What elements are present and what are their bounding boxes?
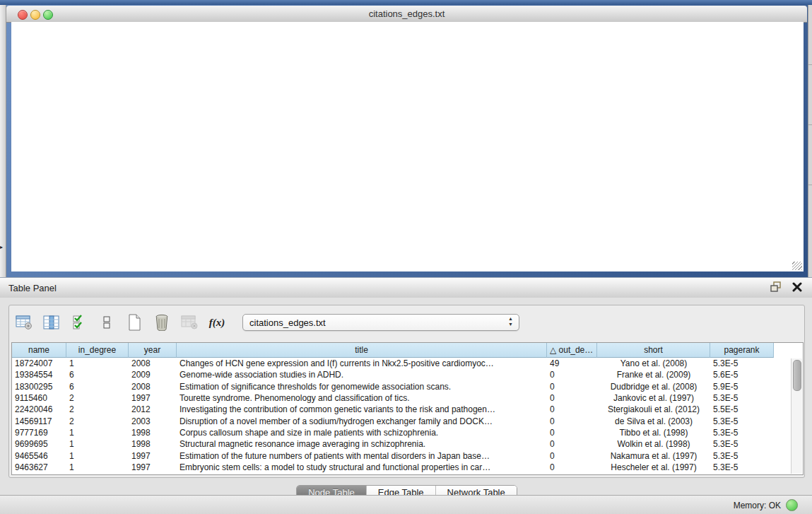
table-cell: Jankovic et al. (1997) bbox=[597, 393, 710, 403]
table-header-row: namein_degreeyeartitle△ out_de…shortpage… bbox=[12, 343, 774, 358]
table-cell: 9463627 bbox=[12, 462, 66, 472]
table-cell: 2 bbox=[66, 393, 129, 403]
table-cell: Embryonic stem cells: a model to study s… bbox=[177, 462, 547, 472]
table-row[interactable]: 977716911998Corpus callosum shape and si… bbox=[12, 427, 803, 438]
table-cell: 18300295 bbox=[12, 382, 66, 392]
table-cell: 9699695 bbox=[12, 439, 66, 449]
table-cell: Yano et al. (2008) bbox=[597, 358, 710, 368]
table-panel-header: Table Panel bbox=[0, 277, 812, 298]
application-window: citations_edges.txt ▸ Table Pan bbox=[0, 0, 812, 514]
table-cell: 9465546 bbox=[12, 451, 66, 461]
table-row[interactable]: 1938455462009Genome-wide association stu… bbox=[12, 369, 803, 380]
citation-network-graph[interactable] bbox=[11, 22, 804, 271]
desktop-frame-strip bbox=[0, 0, 812, 5]
row-select-button[interactable] bbox=[70, 313, 88, 332]
table-cell: 49 bbox=[547, 358, 597, 368]
table-cell: 1997 bbox=[129, 462, 177, 472]
table-cell: Changes of HCN gene expression and I(f) … bbox=[177, 358, 547, 368]
table-cell: 1 bbox=[66, 439, 129, 449]
column-header-pagerank[interactable]: pagerank bbox=[710, 343, 774, 358]
new-document-button[interactable] bbox=[125, 313, 143, 332]
table-row[interactable]: 1456911722003Disruption of a novel membe… bbox=[12, 415, 803, 426]
table-cell: 0 bbox=[547, 451, 597, 461]
column-header-out_de[interactable]: △ out_de… bbox=[547, 343, 597, 358]
network-window: citations_edges.txt bbox=[6, 5, 808, 277]
expand-panel-arrow-icon[interactable]: ▸ bbox=[0, 244, 3, 250]
table-cell: 6 bbox=[66, 382, 129, 392]
function-builder-button[interactable]: f(x) bbox=[208, 313, 226, 332]
table-rows: 1872400712008Changes of HCN gene express… bbox=[12, 358, 803, 474]
table-row[interactable]: 1872400712008Changes of HCN gene express… bbox=[12, 358, 803, 369]
table-cell: 0 bbox=[547, 428, 597, 438]
table-cell: 5.3E-5 bbox=[710, 358, 774, 368]
table-cell: Dudbridge et al. (2008) bbox=[597, 382, 710, 392]
table-cell: 0 bbox=[547, 393, 597, 403]
table-cell: 1 bbox=[66, 358, 129, 368]
table-cell: 5.9E-5 bbox=[710, 382, 774, 392]
delete-button[interactable] bbox=[153, 313, 171, 332]
rows-button[interactable] bbox=[98, 313, 116, 332]
table-cell: Wolkin et al. (1998) bbox=[597, 439, 710, 449]
table-cell: Disruption of a novel member of a sodium… bbox=[177, 416, 547, 426]
table-cell: 18724007 bbox=[12, 358, 66, 368]
close-panel-icon[interactable] bbox=[792, 282, 802, 292]
network-window-titlebar[interactable]: citations_edges.txt bbox=[6, 6, 807, 23]
table-cell: 5.5E-5 bbox=[710, 404, 774, 414]
table-cell: 1 bbox=[66, 451, 129, 461]
table-row[interactable]: 946362711997Embryonic stem cells: a mode… bbox=[12, 462, 803, 473]
table-cell: 1998 bbox=[129, 439, 177, 449]
table-cell: 2008 bbox=[129, 358, 177, 368]
right-panel-collapsed-strip[interactable] bbox=[808, 5, 812, 277]
left-panel-collapsed-strip[interactable]: ▸ bbox=[0, 5, 6, 277]
table-select-value: citations_edges.txt bbox=[249, 317, 326, 328]
table-cell: 5.3E-5 bbox=[710, 451, 774, 461]
table-cell: 5.3E-5 bbox=[710, 393, 774, 403]
column-header-name[interactable]: name bbox=[12, 343, 66, 358]
table-toolbar: f(x) citations_edges.txt ▲▼ bbox=[15, 311, 519, 334]
table-cell: 2009 bbox=[129, 370, 177, 380]
table-row[interactable]: 946554611997Estimation of the future num… bbox=[12, 450, 803, 461]
table-cell: 5.6E-5 bbox=[710, 370, 774, 380]
table-cell: Estimation of the future numbers of pati… bbox=[177, 451, 547, 461]
table-cell: 0 bbox=[547, 439, 597, 449]
float-panel-icon[interactable] bbox=[770, 281, 782, 293]
resize-grip[interactable] bbox=[792, 262, 802, 270]
import-table-disabled-button bbox=[180, 313, 199, 332]
table-settings-button[interactable] bbox=[15, 313, 33, 332]
table-cell: 0 bbox=[547, 404, 597, 414]
table-cell: 1997 bbox=[129, 393, 177, 403]
table-cell: 2 bbox=[66, 404, 129, 414]
table-cell: 14569117 bbox=[12, 416, 66, 426]
column-header-in_degree[interactable]: in_degree bbox=[66, 343, 129, 358]
vertical-scrollbar[interactable] bbox=[791, 358, 802, 474]
table-cell: Hescheler et al. (1997) bbox=[597, 462, 710, 472]
column-header-short[interactable]: short bbox=[597, 343, 710, 358]
table-cell: 2003 bbox=[129, 416, 177, 426]
table-cell: 1997 bbox=[129, 451, 177, 461]
table-cell: Structural magnetic resonance image aver… bbox=[177, 439, 547, 449]
table-cell: 2008 bbox=[129, 382, 177, 392]
column-header-year[interactable]: year bbox=[129, 343, 177, 358]
table-row[interactable]: 1830029562008Estimation of significance … bbox=[12, 381, 803, 392]
table-select-dropdown[interactable]: citations_edges.txt ▲▼ bbox=[242, 314, 519, 331]
table-cell: 0 bbox=[547, 416, 597, 426]
table-cell: 5.3E-5 bbox=[710, 416, 774, 426]
table-cell: 5.3E-5 bbox=[710, 462, 774, 472]
table-cell: 19384554 bbox=[12, 370, 66, 380]
column-edit-button[interactable] bbox=[42, 313, 61, 332]
table-cell: 1 bbox=[66, 462, 129, 472]
table-cell: 0 bbox=[547, 462, 597, 472]
status-bar: Memory: OK bbox=[0, 495, 812, 514]
table-panel-body: f(x) citations_edges.txt ▲▼ namein_degre… bbox=[0, 298, 812, 495]
table-row[interactable]: 911546021997Tourette syndrome. Phenomeno… bbox=[12, 392, 803, 404]
network-canvas[interactable] bbox=[11, 22, 804, 271]
table-row[interactable]: 969969511998Structural magnetic resonanc… bbox=[12, 438, 803, 450]
table-cell: 6 bbox=[66, 370, 129, 380]
table-cell: Tourette syndrome. Phenomenology and cla… bbox=[177, 393, 547, 403]
scrollbar-thumb[interactable] bbox=[793, 360, 801, 391]
table-cell: Franke et al. (2009) bbox=[597, 370, 710, 380]
table-cell: Estimation of significance thresholds fo… bbox=[177, 382, 547, 392]
node-table: namein_degreeyeartitle△ out_de…shortpage… bbox=[11, 342, 804, 475]
table-row[interactable]: 2242004622012Investigating the contribut… bbox=[12, 404, 803, 415]
column-header-title[interactable]: title bbox=[177, 343, 547, 358]
